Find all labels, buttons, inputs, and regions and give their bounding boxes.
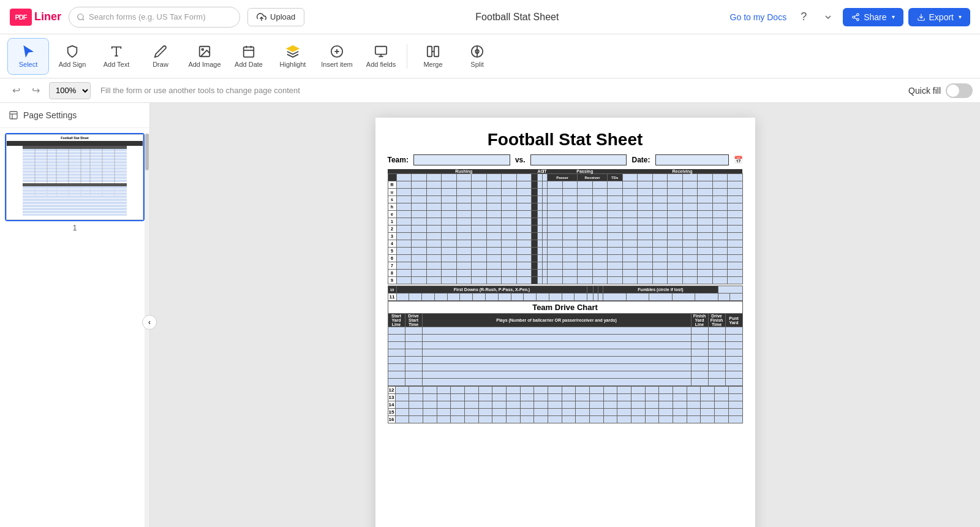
draw-icon [154, 45, 167, 58]
merge-tool[interactable]: Merge [412, 38, 454, 75]
svg-rect-74 [23, 205, 127, 207]
undo-button[interactable]: ↩ [7, 82, 24, 99]
date-input[interactable] [655, 154, 729, 165]
svg-line-19 [854, 17, 857, 18]
main-area: Page Settings Football Stat Sheet // Thi… [0, 103, 980, 527]
highlight-label: Highlight [280, 61, 306, 68]
header: PDF Liner Search forms (e.g. US Tax Form… [0, 0, 980, 34]
add-text-tool[interactable]: Add Text [96, 38, 137, 75]
help-button[interactable]: ? [794, 7, 813, 27]
svg-point-16 [857, 13, 859, 16]
quick-fill-area: Quick fill [908, 83, 973, 98]
highlight-icon [286, 45, 300, 58]
share-icon [851, 13, 860, 21]
svg-rect-36 [428, 46, 432, 56]
highlight-tool[interactable]: Highlight [272, 38, 314, 75]
page-settings-label: Page Settings [23, 110, 77, 120]
svg-rect-69 [23, 189, 127, 192]
export-label: Export [929, 12, 954, 22]
svg-rect-49 [23, 152, 127, 154]
quick-fill-toggle[interactable] [946, 83, 973, 98]
svg-rect-58 [23, 180, 127, 182]
drive-finish-time: Drive Finish Time [708, 314, 725, 327]
select-icon [21, 45, 35, 58]
export-button[interactable]: Export ▾ [908, 8, 970, 26]
search-placeholder: Search forms (e.g. US Tax Form) [89, 12, 205, 21]
toolbar: Select Add Sign Add Text Draw Add I [0, 34, 980, 78]
drive-chart-title: Team Drive Chart [388, 301, 743, 313]
logo-liner-text: Liner [34, 10, 61, 23]
drive-start-time: Drive Start Time [405, 314, 422, 327]
document-area: Football Stat Sheet Team: vs. Date: 📅 [150, 103, 980, 527]
center-divider [532, 169, 538, 174]
vs-text: vs. [515, 156, 526, 164]
team-row: Team: vs. Date: 📅 [388, 154, 743, 165]
export-dropdown-arrow: ▾ [959, 13, 962, 20]
select-label: Select [19, 61, 38, 68]
svg-rect-48 [23, 149, 127, 151]
rusher-header [388, 169, 396, 174]
add-image-tool[interactable]: Add Image [184, 38, 225, 75]
add-text-icon [110, 45, 123, 58]
drive-punt-yard: Punt Yard [725, 314, 742, 327]
page-thumbnail-1[interactable]: Football Stat Sheet // This is handled b… [5, 133, 145, 221]
share-button[interactable]: Share ▾ [843, 8, 903, 26]
goto-docs-link[interactable]: Go to my Docs [730, 12, 787, 22]
add-date-icon [242, 45, 255, 58]
svg-rect-76 [23, 211, 127, 213]
add-date-tool[interactable]: Add Date [228, 38, 270, 75]
svg-rect-41 [10, 112, 17, 119]
pdf-page: Football Stat Sheet Team: vs. Date: 📅 [375, 118, 755, 527]
rushing-header: Rushing [396, 169, 532, 174]
sidebar-collapse-button[interactable]: ‹ [142, 315, 157, 330]
svg-point-25 [202, 48, 203, 50]
redo-button[interactable]: ↪ [27, 82, 44, 99]
team-input[interactable] [413, 154, 510, 165]
upload-button[interactable]: Upload [247, 8, 304, 26]
logo: PDF Liner [10, 9, 61, 26]
svg-rect-71 [23, 195, 127, 198]
svg-rect-50 [23, 155, 127, 157]
drive-plays: Plays (Number of ballcarrier OR passer/r… [422, 314, 691, 327]
page-number: 1 [5, 221, 145, 235]
svg-rect-46 [56, 146, 90, 149]
sidebar-scrollbar-thumb [145, 134, 149, 170]
team-label: Team: [388, 156, 409, 164]
chevron-down-icon [823, 12, 833, 22]
logo-icon: PDF [10, 9, 32, 26]
zoom-selector[interactable]: 100% [49, 82, 91, 99]
calendar-icon[interactable]: 📅 [734, 156, 743, 164]
split-tool[interactable]: Split [456, 38, 498, 75]
share-dropdown-arrow: ▾ [892, 13, 895, 20]
upload-icon [257, 12, 266, 22]
add-sign-tool[interactable]: Add Sign [51, 38, 93, 75]
sub-rusher [388, 174, 396, 181]
svg-rect-51 [23, 158, 127, 161]
svg-rect-26 [244, 47, 254, 57]
add-fields-icon [374, 45, 388, 58]
header-actions: ? Share ▾ Export ▾ [794, 7, 970, 27]
draw-tool[interactable]: Draw [140, 38, 181, 75]
svg-rect-52 [23, 161, 127, 164]
opponent-input[interactable] [530, 154, 627, 165]
select-tool[interactable]: Select [7, 38, 49, 75]
add-text-label: Add Text [104, 61, 130, 68]
sidebar-scrollbar[interactable] [145, 134, 149, 527]
insert-item-icon [330, 45, 344, 58]
app-container: PDF Liner Search forms (e.g. US Tax Form… [0, 0, 980, 527]
svg-point-18 [857, 18, 859, 21]
add-fields-tool[interactable]: Add fields [360, 38, 402, 75]
add-image-icon [198, 45, 211, 58]
expand-button[interactable] [818, 7, 838, 27]
sidebar-content: Football Stat Sheet // This is handled b… [0, 128, 149, 527]
add-fields-label: Add fields [366, 61, 396, 68]
search-bar[interactable]: Search forms (e.g. US Tax Form) [69, 7, 240, 28]
it-header: IT [543, 169, 548, 174]
draw-label: Draw [153, 61, 168, 68]
search-icon [77, 13, 85, 21]
insert-item-tool[interactable]: Insert item [316, 38, 358, 75]
drive-start-yard: Start Yard Line [388, 314, 405, 327]
share-label: Share [864, 12, 886, 22]
svg-rect-55 [23, 170, 127, 173]
ag-header: AG [538, 169, 543, 174]
